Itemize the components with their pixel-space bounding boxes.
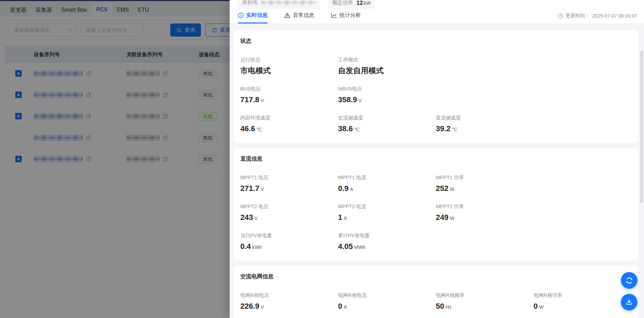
metric-label: 累计PV发电量 bbox=[338, 232, 436, 239]
metric-unit: ℃ bbox=[452, 127, 458, 132]
metric-label: 电网R相电流 bbox=[338, 292, 436, 299]
download-fab-button[interactable] bbox=[621, 294, 637, 310]
tab-statistics-label: 统计分析 bbox=[339, 12, 361, 19]
metric-unit: kWh bbox=[252, 244, 262, 250]
metric-label: 当日PV发电量 bbox=[240, 232, 338, 239]
tab-realtime-info[interactable]: 实时信息 bbox=[238, 12, 268, 23]
metric-unit: A bbox=[344, 215, 347, 221]
metric: 工作模式自发自用模式 bbox=[338, 57, 436, 76]
metric: 内部环境温度46.6℃ bbox=[240, 115, 338, 134]
section-title-status: 状态 bbox=[240, 38, 631, 45]
metric-unit: ℃ bbox=[257, 127, 262, 132]
metric: 电网R相电压226.9V bbox=[240, 292, 338, 311]
tab-abnormal-info[interactable]: 异常信息 bbox=[284, 12, 314, 23]
refresh-icon bbox=[625, 276, 634, 285]
metric: 运行状态市电模式 bbox=[240, 57, 338, 76]
metric-value: 252W bbox=[436, 184, 534, 194]
metric-row: MPPT2 电压243V MPPT2 电流1A MPPT2 功率249W bbox=[240, 203, 631, 223]
metric-unit: V bbox=[261, 186, 264, 192]
rated-power-label: 额定功率 bbox=[332, 0, 353, 6]
rated-power-unit: kW bbox=[364, 0, 371, 6]
drawer-scrollbar[interactable] bbox=[640, 51, 643, 203]
drawer-serial-row: 序列号 额定功率 12kW bbox=[238, 0, 636, 9]
metric-row: BUS电压717.8V NBUS电压358.9V bbox=[240, 86, 631, 105]
serial-chip: 序列号 bbox=[238, 0, 320, 9]
warning-triangle-icon bbox=[284, 12, 290, 18]
update-time: 更新时间：2025-07-07 08:24:07 bbox=[558, 13, 637, 19]
metric-label: 内部环境温度 bbox=[240, 115, 338, 121]
clock-icon bbox=[558, 13, 563, 19]
metric-label: MPPT1 功率 bbox=[436, 174, 534, 181]
metric-row: MPPT1 电压271.7V MPPT1 电流0.9A MPPT1 功率252W bbox=[240, 174, 631, 194]
metric-unit: W bbox=[450, 186, 454, 192]
metric-value: 50Hz bbox=[436, 302, 534, 311]
metric-unit: V bbox=[254, 215, 258, 221]
metric-value: 0.9A bbox=[338, 184, 436, 194]
metric: NBUS电压358.9V bbox=[338, 86, 436, 105]
metric-label: NBUS电压 bbox=[338, 86, 436, 92]
refresh-fab-button[interactable] bbox=[621, 272, 637, 289]
section-title-ac: 交流电网信息 bbox=[240, 273, 631, 280]
metric-unit: Hz bbox=[445, 304, 451, 310]
metric-label: 电网R相功率 bbox=[534, 292, 631, 299]
metric-row: 电网R相电压226.9V 电网R相电流0A 电网R相频率50Hz 电网R相功率0… bbox=[240, 292, 631, 311]
dc-info-card: 直流信息 MPPT1 电压271.7V MPPT1 电流0.9A MPPT1 功… bbox=[233, 148, 638, 261]
metric: 直流侧温度39.2℃ bbox=[436, 115, 534, 134]
metric: BUS电压717.8V bbox=[240, 86, 338, 105]
metric: 电网R相功率0W bbox=[534, 292, 631, 311]
drawer-header: 序列号 额定功率 12kW 实时信息 异常信息 统计分析 bbox=[230, 0, 644, 24]
metric-label: 工作模式 bbox=[338, 57, 436, 63]
metric: 交流侧温度38.6℃ bbox=[338, 115, 436, 134]
metric-unit: W bbox=[450, 215, 454, 221]
line-chart-icon bbox=[331, 12, 337, 18]
pcs-detail-drawer: 序列号 额定功率 12kW 实时信息 异常信息 统计分析 bbox=[230, 0, 644, 318]
metric-label: MPPT2 功率 bbox=[436, 203, 534, 210]
tab-abnormal-label: 异常信息 bbox=[293, 12, 314, 19]
tab-realtime-label: 实时信息 bbox=[246, 12, 268, 19]
metric-label: MPPT2 电压 bbox=[240, 203, 338, 210]
metric-unit: V bbox=[261, 98, 264, 103]
metric-unit: V bbox=[261, 304, 264, 310]
metric-value: 717.8V bbox=[240, 95, 338, 105]
metric-unit: A bbox=[350, 186, 353, 192]
serial-label: 序列号 bbox=[242, 0, 258, 6]
ac-grid-card: 交流电网信息 电网R相电压226.9V 电网R相电流0A 电网R相频率50Hz … bbox=[233, 266, 638, 318]
metric: MPPT1 电压271.7V bbox=[240, 174, 338, 194]
metric-unit: ℃ bbox=[354, 127, 360, 132]
metric-value: 38.6℃ bbox=[338, 124, 436, 134]
serial-redacted bbox=[261, 0, 316, 6]
metric: MPPT2 功率249W bbox=[436, 203, 534, 223]
metric-label: MPPT1 电流 bbox=[338, 174, 436, 181]
metric-value: 自发自用模式 bbox=[338, 66, 436, 76]
metric: 电网R相频率50Hz bbox=[436, 292, 534, 311]
status-card: 状态 运行状态市电模式 工作模式自发自用模式 BUS电压717.8V NBUS电… bbox=[233, 30, 638, 143]
metric-value: 249W bbox=[436, 213, 534, 223]
info-circle-icon bbox=[238, 12, 244, 18]
metric-value: 46.6℃ bbox=[240, 124, 338, 134]
metric-label: 交流侧温度 bbox=[338, 115, 436, 121]
metric: 累计PV发电量4.05MWh bbox=[338, 232, 436, 252]
metric: 当日PV发电量0.4kWh bbox=[240, 232, 338, 252]
tab-statistics[interactable]: 统计分析 bbox=[331, 12, 361, 23]
metric-label: 电网R相频率 bbox=[436, 292, 534, 299]
metric: 电网R相电流0A bbox=[338, 292, 436, 311]
metric-value: 市电模式 bbox=[240, 66, 338, 76]
metric: MPPT2 电流1A bbox=[338, 203, 436, 223]
metric-value: 39.2℃ bbox=[436, 124, 534, 134]
metric-value: 358.9V bbox=[338, 95, 436, 105]
metric-value: 243V bbox=[240, 213, 338, 223]
metric-value: 4.05MWh bbox=[338, 242, 436, 252]
metric-row: 当日PV发电量0.4kWh 累计PV发电量4.05MWh bbox=[240, 232, 631, 252]
metric-row: 运行状态市电模式 工作模式自发自用模式 bbox=[240, 57, 631, 76]
rated-power-chip: 额定功率 12kW bbox=[328, 0, 375, 9]
metric-unit: W bbox=[539, 304, 544, 310]
metric: MPPT2 电压243V bbox=[240, 203, 338, 223]
metric-unit: MWh bbox=[354, 244, 366, 250]
update-time-value: 2025-07-07 08:24:07 bbox=[592, 13, 637, 19]
section-title-dc: 直流信息 bbox=[240, 155, 631, 163]
rated-power-value: 12 bbox=[356, 0, 363, 6]
update-time-label: 更新时间： bbox=[566, 13, 590, 19]
metric: MPPT1 功率252W bbox=[436, 174, 534, 194]
floating-actions bbox=[621, 272, 637, 310]
download-icon bbox=[625, 298, 633, 306]
